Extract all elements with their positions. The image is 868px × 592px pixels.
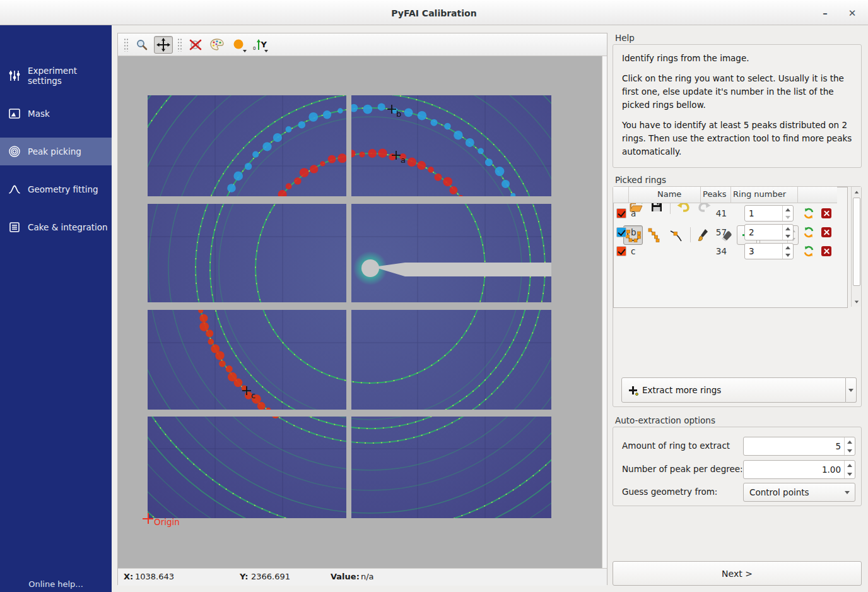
spin-up-icon[interactable] <box>845 437 855 446</box>
picked-peak-dot-b <box>466 138 474 147</box>
toolbar-drag-handle[interactable] <box>124 38 128 52</box>
picked-peak-dot-b <box>495 167 505 176</box>
extract-button-label: Extract more rings <box>642 385 721 395</box>
picked-peak-dot-b <box>298 121 306 129</box>
sidebar-item-cake-integration[interactable]: Cake & integration <box>0 213 112 241</box>
auto-extraction-group-title: Auto-extraction options <box>615 415 715 425</box>
spin-up-icon[interactable] <box>845 461 855 470</box>
picked-peak-dot-b <box>418 111 427 121</box>
table-scrollbar[interactable] <box>851 187 861 307</box>
pan-tool-button[interactable] <box>154 36 173 54</box>
minimize-button[interactable]: – <box>817 6 833 21</box>
ring-number-spinbox[interactable] <box>744 243 794 259</box>
peaks-per-degree-input[interactable] <box>744 461 844 478</box>
toolbar-drag-handle[interactable] <box>177 38 182 52</box>
spin-down-icon[interactable] <box>783 232 793 240</box>
sidebar-item-geometry-fitting[interactable]: Geometry fitting <box>0 175 112 203</box>
y-axis-orientation-button[interactable]: 0 Y <box>250 36 269 54</box>
ring-number-spinbox[interactable] <box>744 205 794 222</box>
ring-number-input[interactable] <box>745 225 782 240</box>
sidebar: Experiment settings Mask Peak picking Ge… <box>0 25 112 592</box>
picked-peak-dot-a <box>300 168 309 177</box>
spin-down-icon[interactable] <box>845 470 855 478</box>
ring-name[interactable]: b <box>631 227 636 237</box>
crosshair-disabled-icon <box>189 38 202 52</box>
spin-up-icon[interactable] <box>783 225 793 232</box>
plot-toolbar: 0 Y <box>118 33 607 56</box>
refresh-ring-button[interactable] <box>802 226 815 239</box>
sidebar-item-experiment-settings[interactable]: Experiment settings <box>0 62 112 90</box>
spin-up-icon[interactable] <box>783 244 793 251</box>
palette-icon <box>209 38 225 52</box>
sidebar-item-peak-picking[interactable]: Peak picking <box>0 138 112 165</box>
scroll-down-icon[interactable] <box>852 297 861 307</box>
dropdown-arrow-icon <box>264 50 268 52</box>
sliders-icon <box>8 69 21 82</box>
delete-icon <box>821 208 831 218</box>
status-y-value: 2366.691 <box>251 572 290 581</box>
plot-canvas[interactable]: b a c Origin <box>118 56 602 568</box>
picked-peak-dot-b <box>245 163 252 170</box>
ring-peaks-count: 34 <box>701 246 727 256</box>
table-row[interactable]: a 41 <box>613 204 837 223</box>
refresh-ring-button[interactable] <box>802 245 815 258</box>
delete-ring-button[interactable] <box>820 226 833 239</box>
header-name: Name <box>657 189 681 199</box>
ring-number-input[interactable] <box>745 206 782 221</box>
auto-extraction-box: Amount of ring to extract Number of peak… <box>613 427 862 506</box>
picked-peak-dot-b <box>485 158 493 166</box>
spin-down-icon[interactable] <box>783 213 793 221</box>
picked-peak-dot-c <box>199 322 209 331</box>
status-x-label: X: <box>124 572 133 581</box>
sidebar-item-mask[interactable]: Mask <box>0 100 112 127</box>
scrollbar-thumb[interactable] <box>853 198 860 286</box>
rings-to-extract-input[interactable] <box>744 437 844 455</box>
close-button[interactable]: ✕ <box>844 6 860 21</box>
picked-peak-dot-a <box>320 161 325 166</box>
delete-ring-button[interactable] <box>820 245 833 258</box>
marker-label-c: c <box>251 391 255 400</box>
ring-number-spinbox[interactable] <box>744 224 794 240</box>
delete-ring-button[interactable] <box>820 207 833 220</box>
crosshair-tool-button[interactable] <box>186 36 205 54</box>
guess-geometry-value: Control points <box>749 487 809 497</box>
peak-shape-tool-button[interactable] <box>229 36 248 54</box>
picked-peak-dot-c <box>234 378 243 387</box>
spin-up-icon[interactable] <box>783 206 793 213</box>
origin-label: Origin <box>154 517 180 527</box>
extract-more-rings-button[interactable]: Extract more rings <box>621 377 846 403</box>
online-help-link[interactable]: Online help... <box>0 579 112 589</box>
ring-visible-checkbox[interactable] <box>616 246 626 256</box>
picked-peak-dot-a <box>378 148 387 158</box>
ring-name[interactable]: c <box>631 246 635 256</box>
scroll-up-icon[interactable] <box>852 187 861 197</box>
spin-down-icon[interactable] <box>845 446 855 455</box>
beamstop-circle <box>361 259 379 277</box>
picked-peak-dot-c <box>206 329 213 337</box>
picked-rings-group-title: Picked rings <box>615 175 666 185</box>
extract-options-dropdown[interactable] <box>846 377 857 403</box>
refresh-ring-button[interactable] <box>802 207 815 220</box>
next-button[interactable]: Next > <box>613 561 862 586</box>
ring-number-input[interactable] <box>745 244 782 259</box>
refresh-icon <box>803 227 814 238</box>
table-row[interactable]: b 57 <box>613 223 837 242</box>
rings-to-extract-label: Amount of ring to extract <box>622 441 730 451</box>
spin-down-icon[interactable] <box>783 251 793 259</box>
rings-to-extract-spinbox[interactable] <box>743 437 855 456</box>
ring-visible-checkbox[interactable] <box>616 227 626 237</box>
picked-peak-dot-a <box>449 186 457 194</box>
diffraction-image[interactable]: b a c <box>148 95 551 518</box>
zoom-tool-button[interactable] <box>132 36 151 54</box>
canvas-right-strip <box>602 56 607 568</box>
picked-rings-box: Name Peaks Ring number a 41 <box>613 186 862 407</box>
peaks-per-degree-spinbox[interactable] <box>743 460 855 479</box>
colormap-tool-button[interactable] <box>208 36 226 54</box>
picked-peak-dot-c <box>208 339 214 345</box>
ring-visible-checkbox[interactable] <box>616 208 626 218</box>
ring-name[interactable]: a <box>631 208 636 218</box>
table-row[interactable]: c 34 <box>613 242 837 261</box>
y-axis-label: Y <box>261 40 267 49</box>
picked-peak-dot-a <box>435 174 442 181</box>
guess-geometry-combobox[interactable]: Control points <box>743 483 855 502</box>
